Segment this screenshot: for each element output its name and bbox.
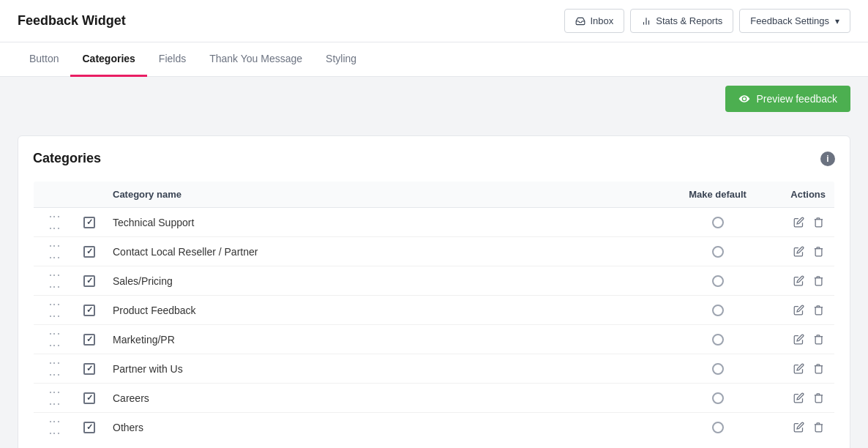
preview-feedback-button[interactable]: Preview feedback [725,86,850,112]
actions-cell [762,296,835,325]
actions-cell [762,325,835,354]
edit-icon[interactable] [792,215,806,229]
edit-icon[interactable] [792,362,806,376]
edit-icon[interactable] [792,244,806,258]
stats-icon [641,16,651,26]
tab-button[interactable]: Button [18,42,70,77]
category-name: Technical Support [113,217,194,228]
category-checkbox[interactable] [83,392,95,404]
delete-icon[interactable] [812,215,826,229]
preview-feedback-label: Preview feedback [756,93,837,105]
category-checkbox[interactable] [83,275,95,287]
drag-cell: ⋮⋮ [34,384,75,413]
category-checkbox[interactable] [83,305,95,316]
checkbox-cell [75,413,104,442]
table-row: ⋮⋮ Marketing/PR [34,325,835,354]
checkbox-cell [75,266,104,296]
stats-reports-button[interactable]: Stats & Reports [630,9,733,33]
category-name-cell: Technical Support [104,208,674,237]
delete-icon[interactable] [812,391,826,405]
checkbox-cell [75,208,104,237]
actions-cell [762,384,835,413]
category-checkbox[interactable] [83,246,95,258]
toolbar: Preview feedback [0,77,868,121]
category-name-cell: Sales/Pricing [104,266,674,296]
checkbox-cell [75,354,104,384]
tab-thank-you-message[interactable]: Thank You Message [198,42,314,77]
delete-icon[interactable] [812,244,826,258]
make-default-cell [674,208,762,237]
feedback-settings-button[interactable]: Feedback Settings [739,9,850,33]
make-default-cell [674,237,762,266]
actions-cell [762,413,835,442]
delete-icon[interactable] [812,362,826,376]
drag-cell: ⋮⋮ [34,208,75,237]
delete-icon[interactable] [812,274,826,288]
category-name: Partner with Us [113,363,183,375]
category-name: Product Feedback [113,305,196,316]
edit-icon[interactable] [792,303,806,317]
edit-icon[interactable] [792,274,806,288]
drag-handle-icon[interactable]: ⋮⋮ [48,357,61,381]
table-row: ⋮⋮ Product Feedback [34,296,835,325]
categories-card: Categories i Category name Make default … [18,135,850,448]
table-body: ⋮⋮ Technical Support [34,208,835,442]
edit-icon[interactable] [792,391,806,405]
table-row: ⋮⋮ Contact Local Reseller / Partner [34,237,835,266]
delete-icon[interactable] [812,420,826,434]
col-actions-header: Actions [762,182,835,208]
make-default-radio[interactable] [712,305,724,316]
category-checkbox[interactable] [83,217,95,228]
info-icon[interactable]: i [820,152,835,166]
checkbox-cell [75,325,104,354]
make-default-radio[interactable] [712,275,724,287]
delete-icon[interactable] [812,332,826,346]
col-name-header: Category name [104,182,674,208]
make-default-radio[interactable] [712,334,724,346]
drag-handle-icon[interactable]: ⋮⋮ [48,269,61,293]
category-checkbox[interactable] [83,422,95,433]
drag-cell: ⋮⋮ [34,354,75,384]
drag-handle-icon[interactable]: ⋮⋮ [48,328,61,351]
make-default-radio[interactable] [712,246,724,258]
eye-icon [738,93,750,105]
drag-handle-icon[interactable]: ⋮⋮ [48,240,61,264]
drag-handle-icon[interactable]: ⋮⋮ [48,387,61,410]
make-default-radio[interactable] [712,422,724,433]
inbox-button[interactable]: Inbox [564,9,624,33]
make-default-radio[interactable] [712,217,724,228]
tab-categories[interactable]: Categories [70,42,146,77]
category-checkbox[interactable] [83,363,95,375]
category-name-cell: Marketing/PR [104,325,674,354]
category-name-cell: Contact Local Reseller / Partner [104,237,674,266]
drag-handle-icon[interactable]: ⋮⋮ [48,211,61,234]
actions-cell [762,208,835,237]
delete-icon[interactable] [812,303,826,317]
make-default-radio[interactable] [712,363,724,375]
card-header: Categories i [33,151,835,166]
col-drag-header [34,182,75,208]
edit-icon[interactable] [792,332,806,346]
table-row: ⋮⋮ Sales/Pricing [34,266,835,296]
category-name: Careers [113,392,149,404]
make-default-radio[interactable] [712,392,724,404]
make-default-cell [674,413,762,442]
edit-icon[interactable] [792,420,806,434]
feedback-settings-label: Feedback Settings [750,15,829,26]
actions-cell [762,237,835,266]
category-checkbox[interactable] [83,334,95,346]
tab-fields[interactable]: Fields [147,42,198,77]
table-row: ⋮⋮ Others [34,413,835,442]
drag-handle-icon[interactable]: ⋮⋮ [48,299,61,322]
table-row: ⋮⋮ Careers [34,384,835,413]
tab-styling[interactable]: Styling [314,42,368,77]
category-name: Marketing/PR [113,334,175,346]
category-name: Contact Local Reseller / Partner [113,246,258,258]
drag-cell: ⋮⋮ [34,325,75,354]
table-row: ⋮⋮ Technical Support [34,208,835,237]
drag-handle-icon[interactable]: ⋮⋮ [48,416,61,439]
make-default-cell [674,354,762,384]
category-name-cell: Partner with Us [104,354,674,384]
categories-title: Categories [33,151,101,166]
drag-cell: ⋮⋮ [34,413,75,442]
